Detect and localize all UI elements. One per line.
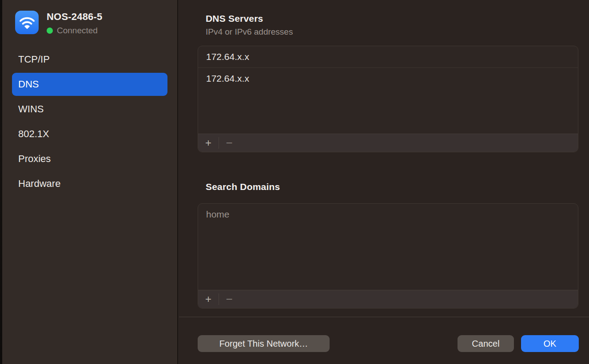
dns-servers-list: 172.64.x.x 172.64.x.x: [198, 46, 578, 89]
sidebar-item-8021x[interactable]: 802.1X: [12, 123, 167, 146]
sidebar-item-dns[interactable]: DNS: [12, 73, 167, 96]
search-domains-list: home: [198, 204, 578, 225]
search-domain-row[interactable]: home: [198, 204, 578, 225]
sidebar-item-tcpip[interactable]: TCP/IP: [12, 48, 167, 71]
network-header: NOS-2486-5 Connected: [15, 11, 103, 36]
sidebar-item-hardware[interactable]: Hardware: [12, 172, 167, 195]
cancel-button[interactable]: Cancel: [458, 335, 514, 352]
forget-network-button[interactable]: Forget This Network…: [198, 335, 330, 352]
network-name: NOS-2486-5: [47, 11, 103, 23]
dns-servers-header: DNS Servers IPv4 or IPv6 addresses: [206, 13, 293, 37]
dns-servers-toolbar: + −: [198, 134, 578, 152]
plus-icon: +: [205, 137, 211, 149]
dns-servers-title: DNS Servers: [206, 13, 293, 24]
dns-servers-listbox: 172.64.x.x 172.64.x.x + −: [198, 46, 578, 152]
search-domains-toolbar: + −: [198, 290, 578, 308]
search-domains-title: Search Domains: [206, 182, 280, 192]
sidebar-item-wins[interactable]: WINS: [12, 98, 167, 121]
minus-icon: −: [226, 293, 232, 306]
search-domains-listbox: home + −: [198, 203, 578, 309]
dns-servers-subtitle: IPv4 or IPv6 addresses: [206, 27, 293, 37]
dns-server-row[interactable]: 172.64.x.x: [198, 67, 578, 89]
add-dns-server-button[interactable]: +: [198, 134, 219, 152]
dns-settings-pane: DNS Servers IPv4 or IPv6 addresses 172.6…: [179, 0, 589, 364]
footer-divider: [179, 317, 589, 317]
network-meta: NOS-2486-5 Connected: [47, 11, 103, 36]
wifi-icon-glyph: [19, 16, 35, 30]
remove-dns-server-button[interactable]: −: [219, 134, 239, 152]
wifi-icon: [15, 11, 39, 34]
network-sidebar: NOS-2486-5 Connected TCP/IP DNS WINS 802…: [2, 0, 178, 364]
add-search-domain-button[interactable]: +: [198, 290, 219, 308]
network-status: Connected: [47, 26, 103, 36]
search-domains-header: Search Domains: [206, 182, 280, 192]
status-label: Connected: [57, 26, 98, 36]
action-bar: Forget This Network… Cancel OK: [198, 335, 578, 353]
sidebar-item-proxies[interactable]: Proxies: [12, 147, 167, 170]
status-dot-icon: [47, 28, 53, 34]
dns-server-row[interactable]: 172.64.x.x: [198, 46, 578, 67]
ok-button[interactable]: OK: [521, 335, 579, 352]
sidebar-nav: TCP/IP DNS WINS 802.1X Proxies Hardware: [2, 48, 177, 197]
plus-icon: +: [205, 293, 211, 305]
minus-icon: −: [226, 136, 232, 150]
remove-search-domain-button[interactable]: −: [219, 290, 239, 308]
